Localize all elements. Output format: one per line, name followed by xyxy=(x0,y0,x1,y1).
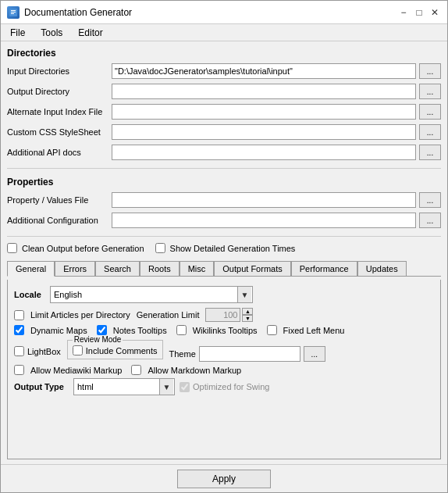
additional-api-label: Additional API docs xyxy=(7,148,108,157)
input-directories-label: Input Directories xyxy=(7,66,108,76)
title-bar-left: Documentation Generator xyxy=(7,6,132,19)
spin-down-button[interactable]: ▼ xyxy=(242,315,253,322)
generation-limit-label: Generation Limit xyxy=(137,310,200,320)
menu-editor[interactable]: Editor xyxy=(75,27,105,39)
svg-rect-1 xyxy=(11,10,16,11)
additional-config-field[interactable] xyxy=(112,213,416,228)
dynamic-maps-checkbox[interactable] xyxy=(14,325,24,335)
svg-rect-2 xyxy=(11,12,16,13)
custom-css-row: Custom CSS StyleSheet ... xyxy=(7,124,441,140)
allow-mediawiki-checkbox[interactable] xyxy=(14,365,24,375)
allow-mediawiki-label: Allow Mediawiki Markup xyxy=(30,366,122,375)
menu-bar: File Tools Editor xyxy=(1,24,447,41)
tab-content-general: Locale English French German Spanish ▼ L… xyxy=(7,280,441,459)
maximize-button[interactable]: □ xyxy=(413,6,425,19)
additional-api-row: Additional API docs ... xyxy=(7,145,441,160)
fixed-left-menu-label: Fixed Left Menu xyxy=(283,326,345,335)
output-directory-browse[interactable]: ... xyxy=(419,84,441,99)
output-directory-field[interactable] xyxy=(112,84,416,99)
allow-markdown-checkbox[interactable] xyxy=(131,365,141,375)
output-type-label: Output Type xyxy=(14,382,69,391)
generation-limit-spinner: ▲ ▼ xyxy=(205,308,253,322)
additional-api-browse[interactable]: ... xyxy=(419,145,441,160)
tab-roots[interactable]: Roots xyxy=(140,261,180,276)
locale-row: Locale English French German Spanish ▼ xyxy=(14,286,434,303)
window-controls: − □ ✕ xyxy=(397,6,441,19)
close-button[interactable]: ✕ xyxy=(428,6,441,19)
output-type-select[interactable]: html pdf docx xyxy=(73,378,175,395)
wikilinks-tooltips-label: Wikilinks Tooltips xyxy=(193,326,258,335)
main-window: Documentation Generator − □ ✕ File Tools… xyxy=(0,0,448,493)
tab-misc[interactable]: Misc xyxy=(180,261,215,276)
menu-tools[interactable]: Tools xyxy=(37,27,66,39)
additional-api-field[interactable] xyxy=(112,145,416,160)
locale-label: Locale xyxy=(14,290,45,299)
window-title: Documentation Generator xyxy=(24,7,132,18)
minimize-button[interactable]: − xyxy=(397,6,410,19)
lightbox-checkbox[interactable] xyxy=(14,346,24,356)
menu-file[interactable]: File xyxy=(7,27,28,39)
include-comments-label: Include Comments xyxy=(86,346,158,355)
property-values-label: Property / Values File xyxy=(7,195,108,205)
generation-limit-input[interactable] xyxy=(205,308,240,322)
theme-field[interactable] xyxy=(199,346,300,362)
optimized-label: Optimized for Swing xyxy=(193,382,269,391)
directories-label: Directories xyxy=(7,48,441,59)
include-comments-checkbox[interactable] xyxy=(73,345,83,355)
optimized-checkbox xyxy=(180,382,190,392)
locale-select-wrapper: English French German Spanish ▼ xyxy=(50,286,253,303)
notes-tooltips-label: Notes Tooltips xyxy=(113,326,167,335)
apply-button[interactable]: Apply xyxy=(177,470,271,488)
review-mode-box: Review Mode Include Comments xyxy=(67,340,163,359)
property-values-field[interactable] xyxy=(112,192,416,208)
additional-config-label: Additional Configuration xyxy=(7,216,108,225)
input-directories-row: Input Directories ... xyxy=(7,63,441,79)
allow-markdown-label: Allow Markdown Markup xyxy=(148,366,241,375)
tab-output-formats[interactable]: Output Formats xyxy=(214,261,290,276)
limit-articles-row: Limit Articles per Directory Generation … xyxy=(14,308,434,322)
additional-config-browse[interactable]: ... xyxy=(419,213,441,228)
tab-errors[interactable]: Errors xyxy=(55,261,95,276)
limit-articles-label: Limit Articles per Directory xyxy=(30,310,130,320)
title-bar: Documentation Generator − □ ✕ xyxy=(1,1,447,24)
lightbox-label: LightBox xyxy=(27,347,61,356)
fixed-left-menu-checkbox[interactable] xyxy=(267,325,277,335)
dynamic-maps-row: Dynamic Maps Notes Tooltips Wikilinks To… xyxy=(14,325,434,335)
lightbox-group: LightBox xyxy=(14,346,61,356)
dynamic-maps-label: Dynamic Maps xyxy=(30,326,87,335)
markup-row: Allow Mediawiki Markup Allow Markdown Ma… xyxy=(14,365,434,375)
input-directories-field[interactable] xyxy=(112,63,416,79)
main-content: Directories Input Directories ... Output… xyxy=(1,41,447,464)
alternate-input-browse[interactable]: ... xyxy=(419,104,441,120)
alternate-input-row: Alternate Input Index File ... xyxy=(7,104,441,120)
show-detailed-checkbox[interactable] xyxy=(155,243,165,253)
custom-css-field[interactable] xyxy=(112,124,416,140)
app-icon xyxy=(7,6,20,19)
input-directories-browse[interactable]: ... xyxy=(419,63,441,79)
theme-browse-button[interactable]: ... xyxy=(304,346,325,362)
tab-performance[interactable]: Performance xyxy=(291,261,357,276)
alternate-input-field[interactable] xyxy=(112,104,416,120)
output-directory-row: Output Directory ... xyxy=(7,84,441,99)
custom-css-browse[interactable]: ... xyxy=(419,124,441,140)
locale-select[interactable]: English French German Spanish xyxy=(50,286,253,303)
spin-up-button[interactable]: ▲ xyxy=(242,308,253,315)
limit-articles-checkbox[interactable] xyxy=(14,310,24,320)
custom-css-label: Custom CSS StyleSheet xyxy=(7,127,108,137)
optimized-group: Optimized for Swing xyxy=(180,382,269,392)
tabs-container: General Errors Search Roots Misc Output … xyxy=(7,261,441,277)
tab-updates[interactable]: Updates xyxy=(357,261,407,276)
notes-tooltips-checkbox[interactable] xyxy=(97,325,107,335)
tab-general[interactable]: General xyxy=(7,261,55,277)
clean-output-checkbox[interactable] xyxy=(7,243,17,253)
alternate-input-label: Alternate Input Index File xyxy=(7,107,108,116)
spin-buttons: ▲ ▼ xyxy=(242,308,253,322)
additional-config-row: Additional Configuration ... xyxy=(7,213,441,228)
tab-search[interactable]: Search xyxy=(95,261,140,276)
show-detailed-label: Show Detailed Generation Times xyxy=(170,244,296,253)
divider-2 xyxy=(7,236,441,237)
property-values-browse[interactable]: ... xyxy=(419,192,441,208)
wikilinks-tooltips-checkbox[interactable] xyxy=(176,325,187,335)
clean-output-label: Clean Output before Generation xyxy=(22,244,144,253)
properties-label: Properties xyxy=(7,177,441,188)
